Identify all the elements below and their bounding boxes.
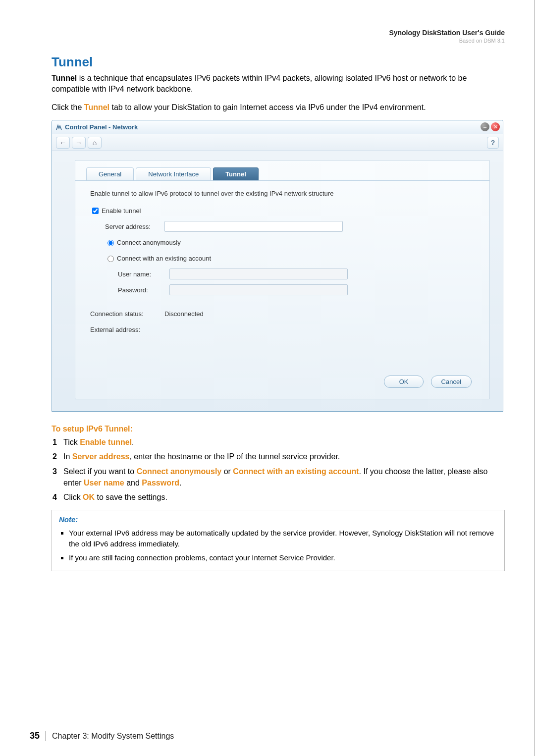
home-button[interactable]: ⌂ [88, 137, 102, 149]
section-heading: Tunnel [52, 54, 505, 70]
step-4: Click OK to save the settings. [53, 491, 505, 503]
page-footer: 35 Chapter 3: Modify System Settings [30, 731, 174, 741]
tab-tunnel[interactable]: Tunnel [213, 167, 259, 180]
connect-anonymously-radio[interactable] [107, 240, 114, 246]
connection-status-value: Disconnected [164, 310, 204, 318]
step-1: Tick Enable tunnel. [53, 436, 505, 448]
note-item-2: If you are still facing connection probl… [69, 552, 497, 563]
intro-paragraph-1: Tunnel is a technique that encapsulates … [52, 73, 505, 95]
step-1-kw: Enable tunnel [80, 438, 132, 446]
footer-divider [46, 731, 46, 741]
close-button[interactable]: ✕ [491, 122, 500, 131]
step-2-post: , enter the hostname or the IP of the tu… [129, 452, 340, 461]
page: Synology DiskStation User's Guide Based … [0, 0, 535, 756]
note-box: Note: Your external IPv6 address may be … [52, 510, 505, 571]
connection-status-label: Connection status: [90, 310, 164, 318]
step-3-kw4: Password [142, 479, 179, 487]
step-3-kw1: Connect anonymously [137, 467, 222, 476]
step-4-post: to save the settings. [95, 493, 167, 501]
tab-general[interactable]: General [86, 167, 134, 180]
connect-existing-label: Connect with an existing account [117, 255, 211, 262]
doc-header: Synology DiskStation User's Guide Based … [389, 29, 505, 44]
cancel-button[interactable]: Cancel [431, 376, 472, 388]
ok-button[interactable]: OK [384, 376, 424, 388]
connect-anonymously-label: Connect anonymously [117, 239, 181, 246]
chapter-label: Chapter 3: Modify System Settings [52, 732, 174, 741]
window-body: General Network Interface Tunnel Enable … [52, 151, 503, 411]
connect-existing-radio[interactable] [107, 256, 114, 262]
server-address-label: Server address: [90, 223, 164, 230]
step-2-text: In [63, 452, 72, 461]
setup-steps: Tick Enable tunnel. In Server address, e… [52, 436, 505, 503]
back-button[interactable]: ← [56, 137, 70, 149]
enable-tunnel-checkbox[interactable] [92, 208, 99, 214]
password-label: Password: [90, 286, 169, 294]
step-3-mid3: and [124, 479, 142, 487]
intro2-post: tab to allow your DiskStation to gain In… [109, 103, 426, 111]
note-title: Note: [59, 515, 497, 524]
doc-subtitle: Based on DSM 3.1 [389, 38, 505, 44]
forward-button[interactable]: → [72, 137, 86, 149]
intro2-kw: Tunnel [84, 103, 109, 111]
window-title: Control Panel - Network [65, 123, 138, 131]
step-3-kw3: User name [84, 479, 124, 487]
password-input[interactable] [169, 284, 348, 295]
tab-strip: General Network Interface Tunnel [75, 161, 489, 180]
step-4-text: Click [63, 493, 83, 501]
server-address-input[interactable] [164, 221, 343, 232]
tab-panel-tunnel: Enable tunnel to allow IPv6 protocol to … [75, 180, 489, 399]
step-3: Select if you want to Connect anonymousl… [53, 466, 505, 488]
form-description: Enable tunnel to allow IPv6 protocol to … [90, 190, 475, 197]
settings-panel: General Network Interface Tunnel Enable … [75, 160, 490, 399]
page-number: 35 [30, 731, 40, 741]
step-1-post: . [132, 438, 134, 446]
minimize-button[interactable]: – [481, 122, 489, 131]
step-2-kw: Server address [72, 452, 130, 461]
doc-title: Synology DiskStation User's Guide [389, 29, 505, 37]
username-label: User name: [90, 270, 169, 278]
step-3-post: . [179, 479, 181, 487]
step-3-kw2: Connect with an existing account [233, 467, 359, 476]
note-item-1: Your external IPv6 address may be automa… [69, 528, 497, 549]
step-3-text: Select if you want to [63, 467, 137, 476]
network-window: Control Panel - Network – ✕ ← → ⌂ ? G [52, 120, 503, 412]
external-address-label: External address: [90, 326, 164, 333]
note-list: Your external IPv6 address may be automa… [59, 528, 497, 563]
intro-rest: is a technique that encapsulates IPv6 pa… [52, 74, 467, 93]
page-content: Tunnel Tunnel is a technique that encaps… [30, 54, 505, 571]
username-input[interactable] [169, 269, 348, 279]
step-1-text: Tick [63, 438, 80, 446]
tab-network-interface[interactable]: Network Interface [136, 167, 211, 180]
step-3-mid1: or [221, 467, 233, 476]
intro2-pre: Click the [52, 103, 84, 111]
app-logo-icon [56, 124, 62, 130]
intro-paragraph-2: Click the Tunnel tab to allow your DiskS… [52, 102, 505, 113]
enable-tunnel-label: Enable tunnel [102, 207, 141, 215]
step-2: In Server address, enter the hostname or… [53, 451, 505, 462]
step-4-kw: OK [83, 493, 95, 501]
setup-heading: To setup IPv6 Tunnel: [52, 425, 505, 433]
help-button[interactable]: ? [487, 137, 499, 149]
intro-bold: Tunnel [52, 74, 77, 82]
window-toolbar: ← → ⌂ ? [52, 134, 503, 151]
window-titlebar: Control Panel - Network – ✕ [52, 120, 503, 134]
